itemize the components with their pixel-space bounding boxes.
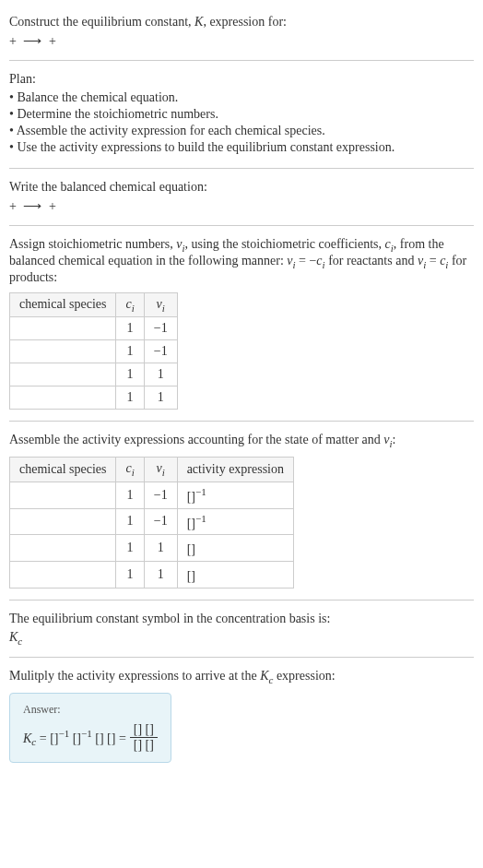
text: , using the stoichiometric coefficients, — [184, 237, 384, 251]
cell-species — [10, 482, 116, 508]
cell-expr: [] — [177, 535, 293, 562]
cell-species — [10, 363, 116, 386]
divider — [9, 60, 474, 61]
header-species: chemical species — [10, 458, 116, 482]
table-row: 1 −1 []−1 — [10, 482, 294, 508]
table-row: 1 1 — [10, 386, 178, 410]
equals: = — [115, 731, 125, 745]
expr-base: [] — [187, 542, 195, 556]
prompt-equation: + ⟶ + — [9, 33, 474, 49]
prompt-K: K — [194, 15, 203, 29]
divider — [9, 600, 474, 600]
sub-i: i — [162, 467, 165, 478]
kc-lhs: Kc = []−1 []−1 [] [] = — [23, 728, 126, 747]
eq-left: + — [9, 34, 19, 48]
text: Assign stoichiometric numbers, — [9, 237, 176, 251]
cell-nui: −1 — [144, 482, 177, 508]
cell-nui: 1 — [144, 386, 177, 410]
prompt-section: Construct the equilibrium constant, K, e… — [9, 7, 474, 56]
fraction: [] [] [] [] — [130, 722, 158, 753]
cell-ci: 1 — [116, 340, 144, 363]
header-ci: ci — [116, 292, 144, 317]
K-symbol: K — [9, 630, 18, 644]
cell-expr: []−1 — [177, 482, 293, 508]
fraction-denominator: [] [] — [130, 738, 158, 753]
answer-expression: Kc = []−1 []−1 [] [] = [] [] [] [] — [23, 722, 158, 753]
cell-expr: []−1 — [177, 508, 293, 535]
expr-base: [] — [187, 516, 195, 529]
stoich-table: chemical species ci νi 1 −1 1 −1 1 1 1 1 — [9, 292, 178, 410]
activity-table: chemical species ci νi activity expressi… — [9, 457, 294, 588]
prompt-line1: Construct the equilibrium constant, K, e… — [9, 15, 474, 30]
expr-base: [] — [187, 569, 195, 583]
divider — [9, 225, 474, 226]
cell-ci: 1 — [116, 561, 144, 588]
sub-c: c — [18, 635, 22, 646]
eq-right: + — [49, 199, 56, 213]
plan-heading: Plan: — [9, 72, 474, 87]
symbol-intro: The equilibrium constant symbol in the c… — [9, 612, 474, 626]
plan-section: Plan: • Balance the chemical equation. •… — [9, 65, 474, 164]
stoich-section: Assign stoichiometric numbers, νi, using… — [9, 230, 474, 417]
header-nui: νi — [144, 292, 177, 317]
table-row: 1 −1 []−1 — [10, 508, 294, 535]
prompt-prefix: Construct the equilibrium constant, — [9, 15, 194, 29]
cell-ci: 1 — [116, 317, 144, 340]
activity-intro: Assemble the activity expressions accoun… — [9, 433, 474, 449]
divider — [9, 168, 474, 169]
cell-species — [10, 508, 116, 535]
cell-nui: 1 — [144, 535, 177, 562]
text: = — [426, 254, 440, 268]
cell-ci: 1 — [116, 363, 144, 386]
stoich-intro: Assign stoichiometric numbers, νi, using… — [9, 237, 474, 285]
text: for reactants and — [325, 254, 418, 268]
answer-box: Answer: Kc = []−1 []−1 [] [] = [] [] [] … — [9, 693, 171, 763]
sub-i: i — [162, 302, 165, 313]
cell-ci: 1 — [116, 482, 144, 508]
symbol-value: Kc — [9, 630, 474, 647]
header-ci: ci — [116, 458, 144, 482]
header-expr: activity expression — [177, 458, 293, 482]
arrow-icon: ⟶ — [23, 198, 41, 214]
text: : — [393, 433, 396, 446]
term: [] — [73, 731, 81, 745]
text: = − — [296, 254, 317, 268]
plan-item: • Determine the stoichiometric numbers. — [9, 107, 474, 122]
K-symbol: K — [260, 669, 268, 683]
balanced-section: Write the balanced chemical equation: + … — [9, 172, 474, 221]
header-species: chemical species — [10, 292, 116, 317]
eq-left: + — [9, 199, 19, 213]
cell-nui: −1 — [144, 508, 177, 535]
symbol-section: The equilibrium constant symbol in the c… — [9, 604, 474, 654]
answer-label: Answer: — [23, 703, 158, 717]
table-row: 1 −1 — [10, 340, 178, 363]
table-row: 1 −1 — [10, 317, 178, 340]
cell-ci: 1 — [116, 386, 144, 410]
eq-right: + — [49, 34, 56, 48]
plan-item: • Assemble the activity expression for e… — [9, 124, 474, 138]
header-nui: νi — [144, 458, 177, 482]
activity-section: Assemble the activity expressions accoun… — [9, 425, 474, 595]
term-sup: −1 — [81, 728, 92, 739]
divider — [9, 421, 474, 422]
cell-expr: [] — [177, 561, 293, 588]
fraction-numerator: [] [] — [130, 722, 158, 738]
arrow-icon: ⟶ — [23, 33, 41, 49]
cell-nui: −1 — [144, 317, 177, 340]
plan-item: • Use the activity expressions to build … — [9, 140, 474, 155]
expr-sup: −1 — [195, 513, 206, 524]
prompt-suffix: , expression for: — [203, 15, 287, 29]
cell-nui: −1 — [144, 340, 177, 363]
multiply-intro: Mulitply the activity expressions to arr… — [9, 669, 474, 685]
plan-list: • Balance the chemical equation. • Deter… — [9, 90, 474, 155]
term: [] [] — [95, 731, 115, 745]
cell-species — [10, 561, 116, 588]
table-row: 1 1 — [10, 363, 178, 386]
cell-ci: 1 — [116, 535, 144, 562]
table-header-row: chemical species ci νi — [10, 292, 178, 317]
table-row: 1 1 [] — [10, 535, 294, 562]
equals: = — [36, 731, 50, 745]
multiply-section: Mulitply the activity expressions to arr… — [9, 661, 474, 770]
balanced-heading: Write the balanced chemical equation: — [9, 180, 474, 195]
expr-base: [] — [187, 490, 195, 504]
